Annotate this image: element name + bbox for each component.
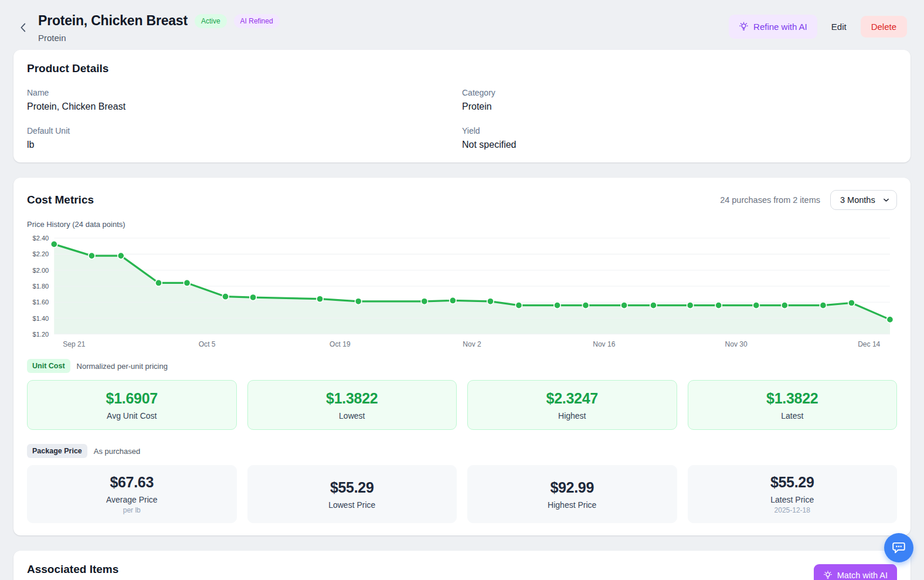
metric-highest-unit-cost: $2.3247 Highest (467, 380, 677, 430)
product-detail-page: Protein, Chicken Breast Active AI Refine… (0, 0, 924, 580)
cost-metrics-title: Cost Metrics (27, 194, 94, 206)
svg-text:Nov 30: Nov 30 (725, 340, 748, 348)
time-range-select[interactable]: 3 Months (830, 190, 897, 210)
delete-button[interactable]: Delete (861, 16, 907, 38)
package-price-description: As purchased (94, 447, 141, 456)
status-badge-active: Active (195, 14, 227, 28)
svg-text:Dec 14: Dec 14 (858, 340, 880, 348)
page-title: Protein, Chicken Breast (38, 13, 188, 29)
svg-text:$2.20: $2.20 (33, 250, 49, 257)
price-history-chart: $2.40$2.20$2.00$1.80$1.60$1.40$1.20Sep 2… (27, 232, 897, 350)
svg-text:Nov 16: Nov 16 (593, 340, 615, 348)
unit-cost-section: Unit Cost Normalized per-unit pricing $1… (27, 359, 897, 430)
metric-avg-unit-cost: $1.6907 Avg Unit Cost (27, 380, 237, 430)
svg-text:$1.20: $1.20 (33, 331, 49, 338)
unit-cost-badge: Unit Cost (27, 359, 70, 373)
price-history-chart-container: $2.40$2.20$2.00$1.80$1.60$1.40$1.20Sep 2… (27, 232, 897, 350)
svg-text:$1.40: $1.40 (33, 314, 49, 321)
field-name: Name Protein, Chicken Breast (27, 88, 462, 112)
metric-average-price: $67.63 Average Price per lb (27, 465, 237, 523)
metric-latest-price: $55.29 Latest Price 2025-12-18 (688, 465, 898, 523)
associated-items-title: Associated Items (27, 563, 118, 576)
page-subtitle: Protein (38, 33, 280, 43)
back-button[interactable] (17, 13, 30, 43)
field-category: Category Protein (462, 88, 897, 112)
unit-cost-description: Normalized per-unit pricing (77, 362, 168, 371)
chat-bubble-icon (891, 540, 906, 555)
field-default-unit: Default Unit lb (27, 126, 462, 150)
cost-metrics-card: Cost Metrics 24 purchases from 2 items 3… (13, 178, 911, 535)
svg-text:$2.40: $2.40 (33, 235, 49, 242)
field-yield: Yield Not specified (462, 126, 897, 150)
metric-latest-unit-cost: $1.3822 Latest (688, 380, 898, 430)
chart-label: Price History (24 data points) (27, 220, 897, 229)
lightbulb-icon (739, 22, 749, 32)
lightbulb-icon (823, 571, 833, 580)
status-badge-ai-refined: AI Refined (234, 14, 280, 28)
product-details-title: Product Details (27, 62, 897, 75)
chevron-left-icon (17, 27, 30, 36)
refine-with-ai-button[interactable]: Refine with AI (729, 15, 817, 39)
svg-text:$1.60: $1.60 (33, 299, 49, 306)
purchase-summary: 24 purchases from 2 items (720, 195, 820, 205)
svg-text:Oct 5: Oct 5 (199, 340, 216, 348)
product-details-card: Product Details Name Protein, Chicken Br… (13, 50, 911, 162)
svg-text:$2.00: $2.00 (33, 267, 49, 274)
match-with-ai-button[interactable]: Match with AI (814, 564, 897, 580)
edit-button[interactable]: Edit (829, 16, 849, 37)
svg-text:Sep 21: Sep 21 (63, 340, 85, 348)
associated-items-card: Associated Items Match with AI (13, 551, 911, 580)
metric-highest-price: $92.99 Highest Price (467, 465, 677, 523)
metric-lowest-unit-cost: $1.3822 Lowest (247, 380, 457, 430)
chat-widget-button[interactable] (884, 533, 913, 562)
metric-lowest-price: $55.29 Lowest Price (247, 465, 457, 523)
svg-text:Nov 2: Nov 2 (463, 340, 481, 348)
svg-text:$1.80: $1.80 (33, 283, 49, 290)
page-header: Protein, Chicken Breast Active AI Refine… (13, 0, 911, 50)
package-price-badge: Package Price (27, 444, 87, 458)
svg-text:Oct 19: Oct 19 (329, 340, 351, 348)
package-price-section: Package Price As purchased $67.63 Averag… (27, 444, 897, 523)
